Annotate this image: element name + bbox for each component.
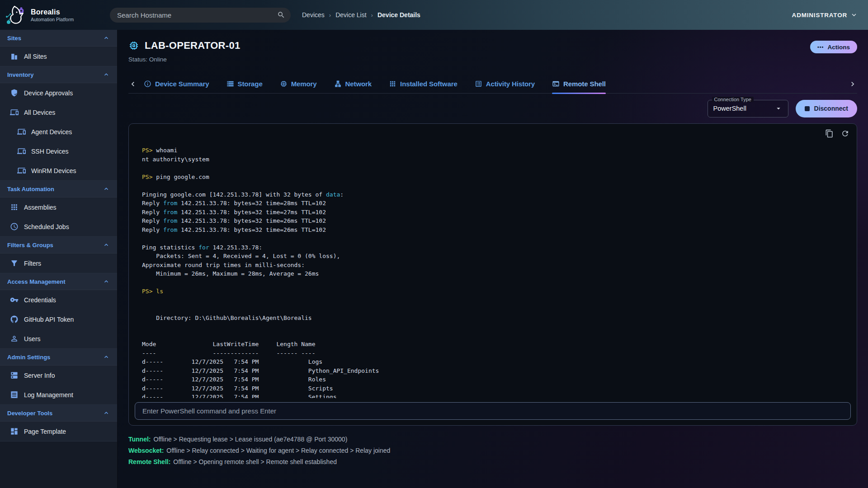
sidebar-item-page-template[interactable]: Page Template: [0, 422, 117, 441]
sidebar-section-header-admin-settings[interactable]: Admin Settings: [0, 349, 117, 366]
memory-icon: [280, 80, 288, 88]
terminal-line: Directory: D:\Github\Borealis\Agent\Bore…: [142, 314, 844, 323]
terminal-line: Packets: Sent = 4, Received = 4, Lost = …: [142, 252, 844, 261]
apps-icon: [389, 80, 396, 88]
tab-device-summary[interactable]: Device Summary: [144, 75, 209, 94]
sidebar-item-assemblies[interactable]: Assemblies: [0, 197, 117, 217]
tab-network[interactable]: Network: [334, 75, 372, 94]
terminal-line: nt authority\system: [142, 155, 844, 164]
sidebar-item-label: SSH Devices: [31, 148, 68, 155]
disconnect-button[interactable]: Disconnect: [796, 100, 857, 117]
sidebar-item-all-sites[interactable]: All Sites: [0, 47, 117, 66]
sidebar-section-header-developer-tools[interactable]: Developer Tools: [0, 405, 117, 422]
status-line-tunnel-: Tunnel:Offline > Requesting lease > Leas…: [128, 436, 857, 443]
status-label: Tunnel:: [128, 436, 151, 443]
stop-icon: [805, 106, 810, 111]
sidebar-item-all-devices[interactable]: All Devices: [0, 103, 117, 122]
search-input[interactable]: [117, 11, 277, 19]
sidebar-item-label: Filters: [24, 260, 41, 267]
brand-subtitle: Automation Platform: [31, 17, 74, 22]
tab-storage[interactable]: Storage: [226, 75, 263, 94]
sidebar-section-header-task-automation[interactable]: Task Automation: [0, 181, 117, 197]
sidebar-item-scheduled-jobs[interactable]: Scheduled Jobs: [0, 217, 117, 236]
sidebar-item-label: Log Management: [24, 391, 73, 399]
connection-type-select[interactable]: Connection Type PowerShell: [708, 100, 788, 117]
breadcrumb-separator-icon: ›: [329, 12, 331, 19]
connection-row: Connection Type PowerShell Disconnect: [128, 99, 857, 117]
breadcrumb-item[interactable]: Device Details: [377, 11, 420, 19]
tabs-row: Device SummaryStorageMemoryNetworkInstal…: [128, 75, 857, 94]
tabs-scroll-left-button[interactable]: [128, 80, 144, 89]
sidebar-section-header-filters-groups[interactable]: Filters & Groups: [0, 237, 117, 253]
main-content: LAB-OPERATOR-01 Status: Online ••• Actio…: [118, 30, 868, 488]
shield-icon: [10, 89, 19, 97]
ellipsis-icon: •••: [817, 44, 824, 50]
terminal-output: PS> whoamint authority\system PS> ping g…: [129, 124, 857, 398]
listalt-icon: [475, 80, 482, 88]
sidebar-item-filters[interactable]: Filters: [0, 253, 117, 273]
sidebar-item-github-api-token[interactable]: GitHub API Token: [0, 310, 117, 329]
sidebar-item-credentials[interactable]: Credentials: [0, 290, 117, 310]
chevron-up-icon: [103, 71, 110, 78]
tab-label: Memory: [291, 80, 317, 88]
refresh-icon[interactable]: [841, 129, 849, 138]
section-label: Developer Tools: [7, 410, 52, 417]
sidebar-item-agent-devices[interactable]: Agent Devices: [0, 122, 117, 141]
sidebar-item-label: Users: [24, 335, 41, 343]
info-icon: [144, 80, 151, 88]
terminal-line: [142, 164, 844, 173]
section-label: Filters & Groups: [7, 242, 53, 249]
sidebar-item-label: Device Approvals: [24, 89, 73, 97]
chevron-up-icon: [103, 241, 110, 249]
terminal-line: Minimum = 26ms, Maximum = 28ms, Average …: [142, 269, 844, 278]
terminal-line: PS> ping google.com: [142, 173, 844, 182]
tab-remote-shell[interactable]: Remote Shell: [552, 75, 606, 94]
hostname-search[interactable]: [110, 8, 291, 23]
sidebar-section-header-access-management[interactable]: Access Management: [0, 273, 117, 290]
tab-activity-history[interactable]: Activity History: [475, 75, 535, 94]
breadcrumb-item[interactable]: Devices: [302, 11, 325, 19]
sidebar-section: SitesAll Sites: [0, 30, 117, 66]
sidebar-item-users[interactable]: Users: [0, 329, 117, 348]
sidebar-section-header-sites[interactable]: Sites: [0, 30, 117, 47]
chevron-up-icon: [103, 278, 110, 285]
breadcrumb-item[interactable]: Device List: [335, 11, 366, 19]
tab-memory[interactable]: Memory: [280, 75, 317, 94]
sidebar-item-ssh-devices[interactable]: SSH Devices: [0, 141, 117, 161]
user-menu[interactable]: ADMINISTRATOR: [792, 11, 858, 19]
sidebar-item-device-approvals[interactable]: Device Approvals: [0, 83, 117, 103]
sidebar-item-label: Scheduled Jobs: [24, 223, 69, 230]
sidebar-item-label: All Devices: [24, 109, 55, 116]
select-arrow-icon: [774, 104, 783, 113]
breadcrumb: Devices›Device List›Device Details: [302, 11, 420, 19]
actions-button[interactable]: ••• Actions: [810, 41, 857, 53]
connection-type-label: Connection Type: [712, 97, 754, 102]
device-name: LAB-OPERATOR-01: [145, 40, 240, 52]
apps-icon: [10, 203, 19, 211]
status-text: Offline > Opening remote shell > Remote …: [173, 458, 337, 465]
status-label: Websocket:: [128, 447, 164, 454]
sidebar-section: Filters & GroupsFilters: [0, 237, 117, 273]
terminal-panel: PS> whoamint authority\system PS> ping g…: [128, 123, 857, 426]
sidebar-item-log-management[interactable]: Log Management: [0, 385, 117, 404]
tab-installed-software[interactable]: Installed Software: [389, 75, 458, 94]
tab-label: Network: [345, 80, 372, 88]
copy-icon[interactable]: [825, 129, 834, 138]
sidebar-section-header-inventory[interactable]: Inventory: [0, 66, 117, 83]
command-input[interactable]: [135, 402, 851, 420]
section-label: Inventory: [7, 71, 34, 78]
chevron-left-icon: [128, 80, 137, 89]
sidebar: SitesAll SitesInventoryDevice ApprovalsA…: [0, 30, 118, 488]
filter-icon: [10, 259, 19, 267]
sidebar-item-server-info[interactable]: Server Info: [0, 366, 117, 385]
lan-icon: [334, 80, 342, 88]
terminal-line: [142, 322, 844, 331]
breadcrumb-separator-icon: ›: [371, 12, 373, 19]
terminal-line: d----- 12/7/2025 7:54 PM Settings: [142, 393, 844, 398]
tab-label: Remote Shell: [563, 80, 606, 88]
chevron-right-icon: [848, 80, 857, 89]
sidebar-item-winrm-devices[interactable]: WinRM Devices: [0, 161, 117, 180]
sidebar-section: Admin SettingsServer InfoLog Management: [0, 349, 117, 405]
tabs-scroll-right-button[interactable]: [842, 80, 857, 89]
chevron-up-icon: [103, 409, 110, 417]
